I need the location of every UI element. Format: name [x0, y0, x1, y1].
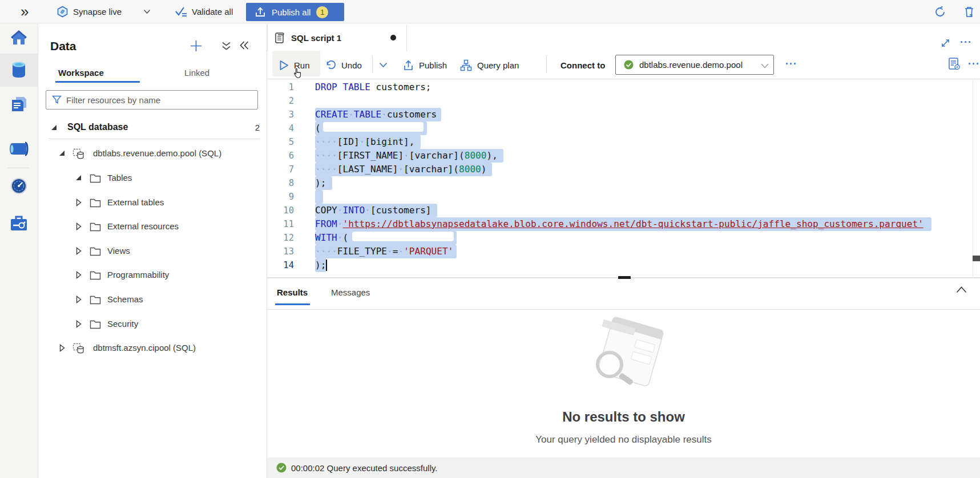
tree-item-sql-database[interactable]: SQL database 2	[38, 116, 267, 140]
rail-item-develop[interactable]	[0, 95, 38, 112]
connected-pool-name: dbtlabs.revenue.demo.pool	[639, 60, 743, 70]
monitor-icon	[10, 177, 28, 195]
code-content: DROP TABLE customers;CREATE·TABLE·custom…	[315, 80, 923, 272]
collapsed-triangle-icon[interactable]	[76, 199, 82, 206]
rail-divider	[7, 168, 29, 168]
selection-highlight	[315, 190, 323, 204]
publish-label: Publish	[419, 60, 447, 70]
code-line: );	[315, 176, 923, 190]
tree-label: SQL database	[67, 122, 128, 132]
tree-item[interactable]: Schemas	[38, 287, 267, 311]
toolbar-separator	[372, 56, 373, 73]
collapsed-triangle-icon[interactable]	[76, 222, 82, 230]
no-results-illustration	[574, 315, 674, 398]
settings-list-icon	[947, 57, 961, 71]
trash-icon	[963, 6, 975, 18]
editor-toolbar: Run Undo Publish Query plan Connect to d…	[267, 51, 980, 79]
connect-to-dropdown[interactable]: dbtlabs.revenue.demo.pool	[615, 55, 774, 75]
expanded-triangle-icon[interactable]	[51, 125, 57, 130]
selection-gap	[352, 232, 454, 241]
session-settings-button[interactable]	[947, 57, 961, 73]
line-number: 7	[267, 163, 294, 176]
folder-icon	[90, 199, 101, 208]
database-count: 2	[249, 123, 260, 132]
run-icon	[279, 60, 289, 71]
tab-messages[interactable]: Messages	[331, 287, 370, 297]
tree-item[interactable]: dbtmsft.azsyn.cipool (SQL)	[38, 336, 267, 360]
collapse-results-button[interactable]	[956, 285, 967, 295]
refresh-icon	[934, 6, 946, 18]
sql-script-tab-title: SQL script 1	[291, 33, 341, 43]
collapsed-triangle-icon[interactable]	[76, 295, 82, 303]
sql-pool-icon	[72, 343, 84, 354]
dropdown-chevron-icon	[761, 63, 769, 68]
tree-divider	[49, 139, 260, 139]
line-number: 12	[267, 231, 294, 245]
code-line: DROP TABLE customers;	[315, 80, 923, 94]
query-status-bar: 00:00:02 Query executed successfully.	[267, 457, 980, 478]
query-plan-label: Query plan	[477, 60, 519, 70]
discard-button[interactable]	[963, 0, 975, 23]
code-line: ····[LAST_NAME]·[varchar](8000)	[315, 163, 923, 176]
code-line: ····[FIRST_NAME]·[varchar](8000),	[315, 149, 923, 163]
pipeline-icon	[9, 141, 29, 156]
line-number: 2	[267, 94, 294, 108]
collapsed-triangle-icon[interactable]	[59, 344, 65, 352]
chevron-up-icon	[956, 286, 967, 293]
rail-item-data[interactable]	[0, 61, 38, 79]
tab-more-actions[interactable]: ···	[960, 37, 972, 48]
publish-button[interactable]: Publish	[403, 51, 447, 79]
toolbar-more-actions[interactable]: ···	[785, 58, 797, 70]
left-icon-rail	[0, 23, 38, 478]
refresh-button[interactable]	[934, 0, 946, 23]
code-line: WITH·(	[315, 231, 923, 245]
expand-editor-button[interactable]	[940, 38, 951, 51]
sql-script-tab[interactable]: SQL script 1	[267, 25, 407, 51]
collapsed-triangle-icon[interactable]	[76, 271, 82, 279]
tree-item[interactable]: Tables	[38, 166, 267, 190]
line-number: 5	[267, 135, 294, 149]
toolbox-icon	[10, 215, 28, 232]
undo-button[interactable]: Undo	[325, 51, 362, 79]
collapsed-triangle-icon[interactable]	[76, 247, 82, 255]
tab-results[interactable]: Results	[277, 287, 308, 297]
tree-item[interactable]: Views	[38, 239, 267, 263]
results-tab-underline	[275, 303, 310, 305]
line-number: 3	[267, 108, 294, 121]
line-number: 13	[267, 245, 294, 258]
rail-item-monitor[interactable]	[0, 177, 38, 195]
tree-item[interactable]: External resources	[38, 214, 267, 238]
data-explorer-panel: Data Workspace Linked Filter resources b…	[38, 23, 267, 478]
line-number: 9	[267, 190, 294, 204]
tree-item[interactable]: Programmability	[38, 263, 267, 287]
tree-item[interactable]: External tables	[38, 191, 267, 214]
folder-icon	[90, 222, 101, 232]
line-number: 6	[267, 149, 294, 163]
editor-scrollbar-track[interactable]	[973, 80, 980, 278]
expand-rail-icon[interactable]: »	[21, 0, 29, 23]
expanded-triangle-icon[interactable]	[76, 175, 81, 180]
rail-item-integrate[interactable]	[0, 141, 38, 156]
text-cursor	[326, 260, 327, 271]
line-number: 4	[267, 121, 294, 135]
code-line: COPY·INTO·[customers]	[315, 204, 923, 217]
code-editor[interactable]: 1234567891011121314 DROP TABLE customers…	[267, 80, 980, 278]
line-number: 11	[267, 217, 294, 231]
tree-item[interactable]: Security	[38, 312, 267, 336]
rail-item-home[interactable]	[0, 29, 38, 46]
query-plan-button[interactable]: Query plan	[460, 51, 519, 79]
selection-gap	[323, 122, 424, 132]
expand-icon	[940, 38, 951, 48]
run-options-chevron[interactable]	[379, 51, 388, 79]
line-number: 14	[267, 258, 294, 272]
editor-more-actions[interactable]: ···	[968, 58, 980, 70]
collapsed-triangle-icon[interactable]	[76, 320, 82, 328]
line-number: 10	[267, 204, 294, 217]
editor-scrollbar-thumb[interactable]	[973, 256, 980, 261]
expanded-triangle-icon[interactable]	[59, 151, 64, 156]
database-icon	[11, 61, 27, 79]
connect-to-label: Connect to	[560, 51, 605, 79]
code-line: (	[315, 121, 923, 135]
rail-item-manage[interactable]	[0, 215, 38, 232]
tree-item[interactable]: dbtlabs.revenue.demo.pool (SQL)	[38, 141, 267, 165]
